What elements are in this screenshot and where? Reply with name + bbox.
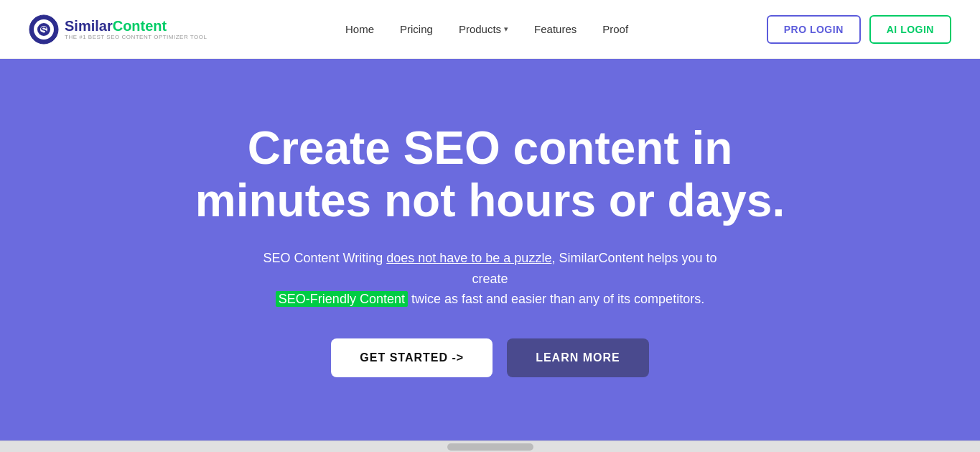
pro-login-button[interactable]: PRO LOGIN [767,15,861,44]
logo-icon: S [29,14,59,45]
ai-login-button[interactable]: AI LOGIN [869,15,951,44]
nav-link-products[interactable]: Products ▾ [459,23,508,35]
logo[interactable]: S SimilarContent THE #1 BEST SEO CONTENT… [29,14,207,45]
hero-subtitle-highlight: SEO-Friendly Content [276,291,408,307]
hero-subtitle-before-link: SEO Content Writing [263,251,386,265]
logo-tagline: THE #1 BEST SEO CONTENT OPTIMIZER TOOL [65,34,207,40]
hero-subtitle: SEO Content Writing does not have to be … [246,248,734,310]
hero-subtitle-end: twice as fast and easier than any of its… [408,292,704,306]
nav-buttons: PRO LOGIN AI LOGIN [767,15,951,44]
nav-link-proof[interactable]: Proof [602,23,628,35]
hero-title: Create SEO content in minutes not hours … [195,122,785,228]
scrollbar-thumb[interactable] [447,443,533,451]
logo-text: SimilarContent THE #1 BEST SEO CONTENT O… [65,19,207,40]
get-started-button[interactable]: GET STARTED -> [331,338,493,377]
nav-item-products[interactable]: Products ▾ [459,23,508,35]
learn-more-button[interactable]: LEARN MORE [507,338,649,377]
nav-item-pricing[interactable]: Pricing [400,23,433,36]
nav-link-home[interactable]: Home [345,23,374,35]
logo-content: Content [113,19,167,33]
nav-link-features[interactable]: Features [534,23,577,35]
hero-buttons: GET STARTED -> LEARN MORE [331,338,648,377]
navbar: S SimilarContent THE #1 BEST SEO CONTENT… [0,0,980,59]
nav-link-pricing[interactable]: Pricing [400,23,433,35]
hero-title-line2: minutes not hours or days. [195,175,785,226]
products-label: Products [459,23,501,35]
hero-section: Create SEO content in minutes not hours … [0,59,980,441]
nav-item-features[interactable]: Features [534,23,577,36]
chevron-down-icon: ▾ [504,24,508,34]
nav-links: Home Pricing Products ▾ Features Proof [345,23,628,36]
logo-similar: Similar [65,19,113,33]
svg-text:S: S [40,24,47,35]
nav-item-proof[interactable]: Proof [602,23,628,36]
nav-item-home[interactable]: Home [345,23,374,36]
hero-subtitle-link[interactable]: does not have to be a puzzle [386,251,551,265]
horizontal-scrollbar[interactable] [0,441,980,452]
hero-title-line1: Create SEO content in [248,122,733,174]
